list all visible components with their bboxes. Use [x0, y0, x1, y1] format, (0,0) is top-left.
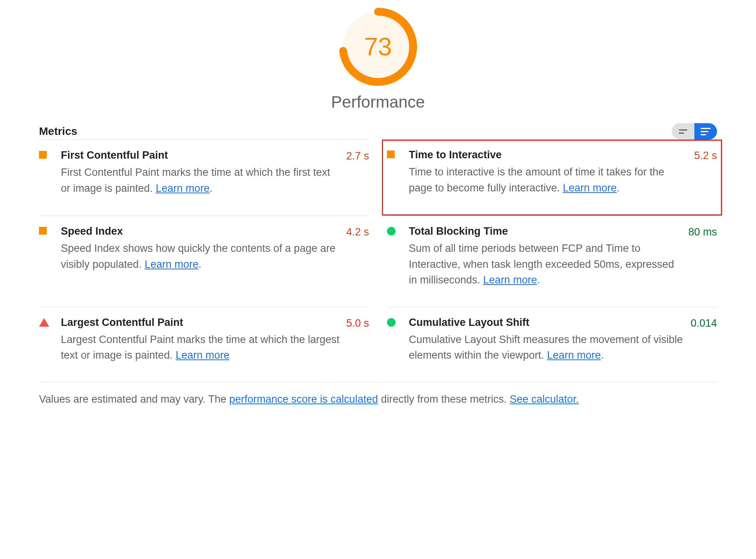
- metric-tti: Time to InteractiveTime to interactive i…: [382, 140, 722, 216]
- learn-more-link[interactable]: Learn more: [563, 182, 617, 194]
- square-orange-icon: [39, 227, 47, 235]
- metric-description-text: Sum of all time periods between FCP and …: [409, 242, 674, 286]
- metric-description-text: Cumulative Layout Shift measures the mov…: [409, 334, 683, 361]
- metric-title: Cumulative Layout Shift: [409, 317, 686, 329]
- square-orange-icon: [387, 150, 395, 158]
- circle-green-icon: [387, 318, 396, 327]
- metric-title: Time to Interactive: [409, 149, 689, 161]
- metric-title: Total Blocking Time: [409, 225, 683, 237]
- metric-fcp: First Contentful PaintFirst Contentful P…: [39, 140, 369, 216]
- metric-description: Time to interactive is the amount of tim…: [409, 164, 689, 196]
- metric-description-text: Time to interactive is the amount of tim…: [409, 166, 664, 194]
- metric-lcp: Largest Contentful PaintLargest Contentf…: [39, 307, 369, 382]
- learn-more-link[interactable]: Learn more: [547, 349, 601, 361]
- metric-title: Largest Contentful Paint: [61, 317, 341, 329]
- view-toggle[interactable]: [672, 123, 717, 140]
- metric-tbt: Total Blocking TimeSum of all time perio…: [387, 216, 717, 307]
- metric-si: Speed IndexSpeed Index shows how quickly…: [39, 216, 369, 307]
- score-value: 73: [339, 8, 417, 86]
- metrics-heading: Metrics: [39, 125, 77, 138]
- metric-description: Speed Index shows how quickly the conten…: [61, 241, 341, 272]
- metric-description: Largest Contentful Paint marks the time …: [61, 332, 341, 363]
- view-expanded-button[interactable]: [694, 123, 717, 140]
- period: .: [537, 274, 540, 286]
- metric-title: First Contentful Paint: [61, 149, 341, 161]
- metric-value: 5.2 s: [694, 149, 717, 196]
- metric-value: 0.014: [690, 317, 717, 363]
- score-calculation-link[interactable]: performance score is calculated: [229, 393, 378, 405]
- triangle-red-icon: [39, 318, 49, 327]
- learn-more-link[interactable]: Learn more: [145, 258, 199, 270]
- metric-value: 2.7 s: [346, 149, 369, 197]
- metric-description: First Contentful Paint marks the time at…: [61, 165, 341, 196]
- score-title: Performance: [331, 93, 425, 111]
- footer-text: Values are estimated and may vary. The: [39, 393, 229, 405]
- metric-value: 80 ms: [688, 225, 717, 288]
- metric-description: Cumulative Layout Shift measures the mov…: [409, 332, 686, 363]
- learn-more-link[interactable]: Learn more: [156, 182, 209, 194]
- circle-green-icon: [387, 227, 396, 235]
- performance-score-gauge: 73 Performance: [39, 8, 717, 111]
- metric-title: Speed Index: [61, 225, 341, 237]
- metric-value: 4.2 s: [346, 225, 369, 288]
- period: .: [209, 182, 213, 194]
- metric-value: 5.0 s: [346, 317, 369, 363]
- metric-cls: Cumulative Layout ShiftCumulative Layout…: [387, 307, 717, 382]
- metric-description: Sum of all time periods between FCP and …: [409, 241, 683, 288]
- square-orange-icon: [39, 151, 47, 159]
- period: .: [617, 182, 620, 194]
- period: .: [199, 258, 202, 270]
- period: .: [601, 349, 604, 361]
- learn-more-link[interactable]: Learn more: [483, 274, 537, 286]
- see-calculator-link[interactable]: See calculator.: [510, 393, 579, 405]
- learn-more-link[interactable]: Learn more: [176, 349, 229, 361]
- view-compact-button[interactable]: [672, 123, 694, 140]
- footer-note: Values are estimated and may vary. The p…: [39, 382, 717, 405]
- footer-text: directly from these metrics.: [378, 393, 510, 405]
